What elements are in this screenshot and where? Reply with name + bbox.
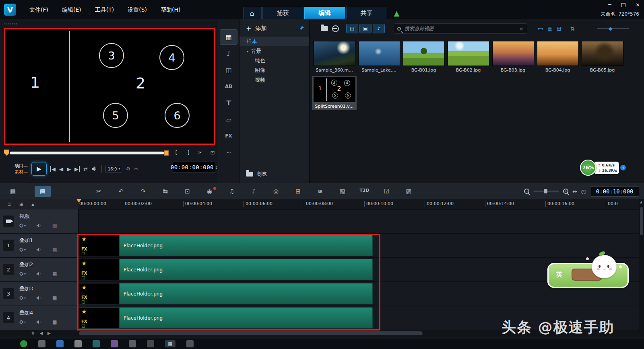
auto-music-icon[interactable]: ♪	[243, 188, 265, 195]
video-track-icon[interactable]	[3, 216, 14, 227]
zoom-in-icon[interactable]: +	[563, 189, 568, 194]
search-input[interactable]	[404, 25, 516, 32]
motion-tracking-icon[interactable]: ◎	[265, 188, 287, 195]
taskbar-app-icon[interactable]	[186, 340, 194, 347]
menu-tools[interactable]: 工具(T)	[88, 0, 121, 19]
go-start-button[interactable]: ◀	[50, 166, 56, 172]
network-speed-widget[interactable]: 76% ↑0.6K/s ↓16.3K/s +	[580, 160, 626, 176]
mask-creator-icon[interactable]: ▧	[331, 188, 353, 195]
taskbar-app-icon[interactable]	[74, 340, 82, 347]
track-header-overlay1[interactable]: 1 叠加1 ▾ ▦	[0, 234, 78, 257]
filter-audio-icon[interactable]: ♪	[373, 24, 385, 33]
fit-timeline-icon[interactable]: ↔	[572, 188, 577, 195]
play-button[interactable]: ▶	[31, 162, 47, 176]
filter-video-icon[interactable]: ▤	[346, 24, 358, 33]
split-clip-icon[interactable]: ✂	[196, 148, 205, 157]
loop-button[interactable]: ⇄	[83, 166, 88, 172]
add-track-icon[interactable]: ⊞	[19, 201, 23, 207]
taskbar-app-icon[interactable]	[93, 340, 100, 347]
widget-plus-icon[interactable]: +	[620, 165, 626, 170]
track-header-overlay4[interactable]: 4 叠加4 ▾ ▦	[0, 306, 78, 330]
project-duration-timecode[interactable]: 0:00:10:000	[590, 186, 639, 197]
library-item[interactable]: Sample_Lake....	[357, 41, 401, 73]
undo-icon[interactable]: ↶	[110, 188, 132, 195]
panel-grip[interactable]	[3, 23, 17, 25]
project-mode-label[interactable]: 项目—	[14, 163, 28, 169]
title-category-icon[interactable]: T	[220, 95, 237, 111]
filter-photo-icon[interactable]: ▣	[359, 24, 372, 33]
settings-gear-icon[interactable]: ⚙	[126, 166, 130, 172]
mute-icon[interactable]	[36, 271, 42, 276]
taskbar-app-icon[interactable]	[111, 340, 118, 347]
pin-icon[interactable]	[298, 25, 304, 31]
motion-path-category-icon[interactable]: ~	[220, 145, 237, 160]
track-effects-icon[interactable]: ▦	[52, 295, 57, 301]
scroll-left-button[interactable]: ◀	[39, 331, 43, 335]
track-effects-icon[interactable]: ▦	[52, 271, 57, 277]
music-beat-icon[interactable]: ≋	[309, 188, 331, 195]
taskbar-app-icon[interactable]	[20, 340, 27, 347]
taskbar-app-icon[interactable]	[129, 340, 136, 347]
scroll-right-button[interactable]: ▶	[47, 331, 51, 335]
record-capture-icon[interactable]: ◉	[198, 188, 221, 195]
split-tool-icon[interactable]: ✂	[88, 188, 110, 195]
filter-category-icon[interactable]: FX	[220, 128, 237, 144]
mute-icon[interactable]	[36, 296, 42, 300]
next-frame-button[interactable]: ▶	[67, 166, 71, 172]
check-tool-icon[interactable]: ☑	[376, 188, 398, 195]
add-icon[interactable]: +	[246, 25, 251, 32]
trim-start-marker[interactable]	[4, 150, 9, 156]
go-end-button[interactable]: ▶	[74, 166, 80, 172]
mark-in-button[interactable]: [	[171, 148, 181, 157]
link-icon[interactable]: ▾	[19, 224, 26, 228]
preview-timecode[interactable]: 00:00:00:000 ▲▼	[173, 162, 215, 173]
playhead-marker[interactable]	[76, 199, 81, 203]
mute-icon[interactable]	[36, 247, 42, 252]
link-icon[interactable]: ▾	[19, 296, 26, 300]
view-grid-icon[interactable]: ⊞	[557, 25, 561, 32]
expand-triangle-icon[interactable]: ▾	[247, 49, 249, 53]
get-more-content-icon[interactable]	[332, 25, 339, 32]
storyboard-view-button[interactable]: ▦	[5, 186, 21, 197]
track-effects-icon[interactable]: ▦	[52, 247, 57, 253]
slider-handle-icon[interactable]: ◆	[609, 26, 612, 31]
library-item-selected[interactable]: 1 2 3 4 5 6 SplitScreen01.v...	[312, 76, 357, 110]
trim-end-handle[interactable]	[164, 150, 169, 156]
track-header-overlay2[interactable]: 2 叠加2 ▾ ▦	[0, 258, 78, 281]
fit-project-icon[interactable]: ⊡	[176, 188, 198, 195]
library-item[interactable]: BG-B05.jpg	[580, 41, 625, 73]
zoom-out-icon[interactable]: −	[524, 189, 529, 194]
audio-category-icon[interactable]: ♪	[220, 46, 237, 61]
track-effects-icon[interactable]: ▦	[52, 223, 57, 228]
home-tab-icon[interactable]: ⌂	[243, 7, 262, 19]
tab-share[interactable]: 共享	[346, 7, 387, 19]
track-manager-icon[interactable]: ≣	[7, 201, 11, 207]
volume-icon[interactable]	[91, 166, 98, 172]
library-item[interactable]: BG-B01.jpg	[401, 41, 446, 73]
track-lane-overlay1[interactable]: ★ FX ◱ PlaceHolder.png	[78, 234, 644, 257]
taskbar-app-icon[interactable]	[38, 340, 45, 347]
link-icon[interactable]: ▾	[19, 272, 26, 276]
subtitle-category-icon[interactable]: AB	[220, 79, 237, 94]
scroll-up-button[interactable]: ▲	[640, 200, 642, 204]
gallery-item-image[interactable]: 图像	[239, 66, 309, 75]
track-header-video[interactable]: 视频 ▾ ▦	[0, 209, 78, 233]
tab-edit[interactable]: 编辑	[304, 7, 345, 19]
preview-video-area[interactable]: 1 2 3 4 5 6	[4, 28, 215, 145]
redo-icon[interactable]: ↷	[132, 188, 154, 195]
library-item[interactable]: BG-B03.jpg	[491, 41, 535, 73]
clock-icon[interactable]: ◷	[581, 188, 586, 195]
scrollbar-thumb[interactable]	[79, 331, 423, 335]
sound-mixer-icon[interactable]: ♫	[221, 188, 243, 195]
library-item[interactable]: Sample_360.m...	[312, 41, 357, 73]
library-item[interactable]: BG-B02.jpg	[446, 41, 491, 73]
menu-file[interactable]: 文件(F)	[23, 0, 55, 19]
minimize-button[interactable]: ─	[608, 2, 611, 8]
library-item[interactable]: BG-B04.jpg	[535, 41, 580, 73]
gallery-item-background[interactable]: ▾背景	[239, 46, 309, 56]
timeline-ruler[interactable]: ≣ ⊞ ▲ 00:00:00:00 00:00:02:00 00:00:04:0…	[0, 199, 644, 209]
transition-category-icon[interactable]: ◫	[220, 62, 237, 78]
view-list-icon[interactable]: ≣	[547, 25, 552, 32]
scrollbar-thumb[interactable]	[640, 207, 643, 235]
overlay-track-icon[interactable]: 2	[3, 264, 14, 275]
